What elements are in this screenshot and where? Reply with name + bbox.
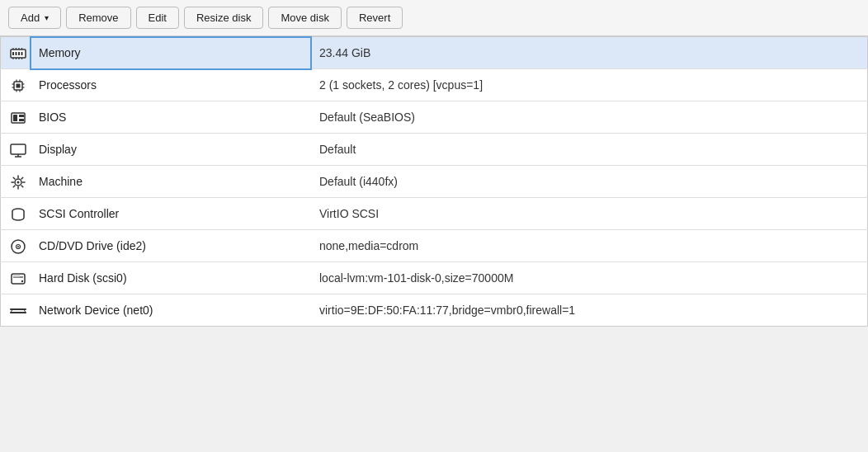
harddisk-icon xyxy=(1,262,31,294)
row-name: SCSI Controller xyxy=(31,198,311,230)
row-value: Default xyxy=(311,134,868,166)
revert-button[interactable]: Revert xyxy=(347,7,403,29)
row-value: VirtIO SCSI xyxy=(311,198,868,230)
row-name: Processors xyxy=(31,69,311,101)
row-name: Hard Disk (scsi0) xyxy=(31,262,311,294)
svg-rect-3 xyxy=(18,52,20,55)
resize-disk-label: Resize disk xyxy=(196,12,251,24)
table-row[interactable]: Memory23.44 GiB xyxy=(1,37,868,69)
table-row[interactable]: CD/DVD Drive (ide2)none,media=cdrom xyxy=(1,230,868,262)
move-disk-button[interactable]: Move disk xyxy=(268,7,342,29)
row-value: virtio=9E:DF:50:FA:11:77,bridge=vmbr0,fi… xyxy=(311,294,868,327)
svg-rect-2 xyxy=(16,52,17,55)
edit-label: Edit xyxy=(149,12,167,24)
svg-point-37 xyxy=(21,280,23,282)
table-row[interactable]: SCSI ControllerVirtIO SCSI xyxy=(1,198,868,230)
row-name: BIOS xyxy=(31,101,311,134)
add-chevron-icon: ▾ xyxy=(45,13,49,22)
svg-rect-24 xyxy=(13,115,17,121)
network-icon xyxy=(1,294,31,327)
toolbar: Add ▾ Remove Edit Resize disk Move disk … xyxy=(0,0,868,36)
machine-icon xyxy=(1,166,31,198)
row-value: 23.44 GiB xyxy=(311,37,868,69)
table-row[interactable]: Hard Disk (scsi0)local-lvm:vm-101-disk-0… xyxy=(1,262,868,294)
row-name: Machine xyxy=(31,166,311,198)
row-name: Display xyxy=(31,134,311,166)
svg-rect-27 xyxy=(11,144,26,154)
move-disk-label: Move disk xyxy=(281,12,329,24)
table-row[interactable]: MachineDefault (i440fx) xyxy=(1,166,868,198)
memory-icon xyxy=(1,37,31,69)
bios-icon xyxy=(1,101,31,134)
svg-rect-26 xyxy=(19,119,24,121)
table-row[interactable]: BIOSDefault (SeaBIOS) xyxy=(1,101,868,134)
resize-disk-button[interactable]: Resize disk xyxy=(184,7,263,29)
row-value: Default (i440fx) xyxy=(311,166,868,198)
svg-rect-25 xyxy=(19,115,24,117)
svg-rect-14 xyxy=(17,84,21,88)
row-name: CD/DVD Drive (ide2) xyxy=(31,230,311,262)
svg-rect-39 xyxy=(13,275,20,277)
table-row[interactable]: DisplayDefault xyxy=(1,134,868,166)
add-button[interactable]: Add ▾ xyxy=(8,7,61,29)
row-value: local-lvm:vm-101-disk-0,size=70000M xyxy=(311,262,868,294)
remove-label: Remove xyxy=(78,12,118,24)
table-row[interactable]: Processors2 (1 sockets, 2 cores) [vcpus=… xyxy=(1,69,868,101)
row-name: Memory xyxy=(31,37,311,69)
processors-icon xyxy=(1,69,31,101)
add-label: Add xyxy=(21,12,40,24)
edit-button[interactable]: Edit xyxy=(136,7,179,29)
revert-label: Revert xyxy=(359,12,390,24)
main-container: Add ▾ Remove Edit Resize disk Move disk … xyxy=(0,0,868,327)
table-row[interactable]: Network Device (net0)virtio=9E:DF:50:FA:… xyxy=(1,294,868,327)
svg-point-35 xyxy=(17,246,19,247)
display-icon xyxy=(1,134,31,166)
svg-rect-4 xyxy=(21,52,23,55)
row-value: Default (SeaBIOS) xyxy=(311,101,868,134)
row-value: none,media=cdrom xyxy=(311,230,868,262)
row-value: 2 (1 sockets, 2 cores) [vcpus=1] xyxy=(311,69,868,101)
row-name: Network Device (net0) xyxy=(31,294,311,327)
svg-point-31 xyxy=(17,181,20,184)
cdvd-icon xyxy=(1,230,31,262)
hardware-table: Memory23.44 GiB Processors2 (1 sockets, … xyxy=(0,36,868,327)
scsi-icon xyxy=(1,198,31,230)
svg-rect-1 xyxy=(12,52,14,55)
remove-button[interactable]: Remove xyxy=(66,7,130,29)
